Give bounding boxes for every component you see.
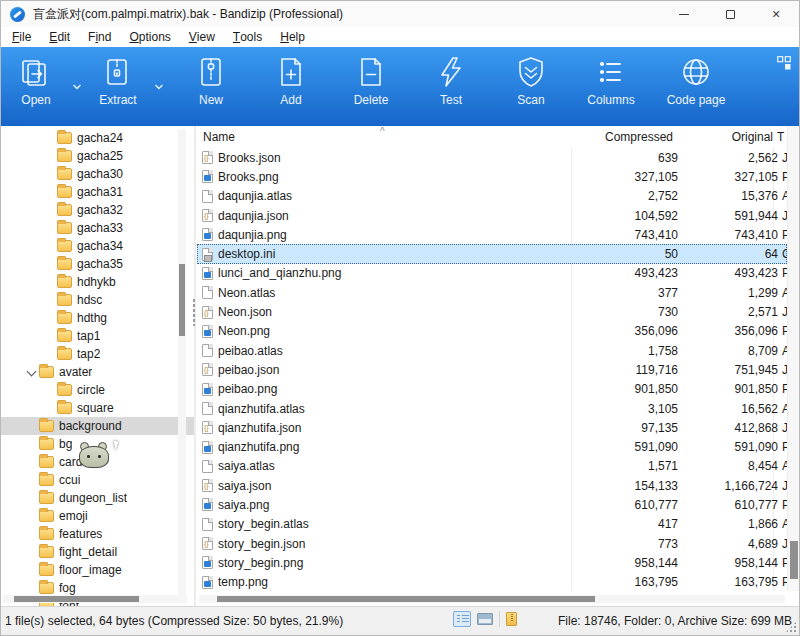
extract-dropdown-button[interactable] — [147, 54, 171, 120]
menu-item[interactable]: Options — [120, 27, 179, 47]
scrollbar-thumb[interactable] — [14, 596, 139, 602]
file-row[interactable]: peibao.json 119,716 751,945 J — [197, 360, 787, 379]
file-list-header: Name ^ Compressed Original T — [197, 126, 787, 148]
folder-name: floor_image — [59, 563, 122, 577]
sidebar-horizontal-scrollbar[interactable] — [3, 595, 187, 603]
sidebar-folder-item[interactable]: ccui — [1, 471, 194, 489]
maximize-button[interactable] — [707, 1, 753, 27]
column-header-original[interactable]: Original — [673, 130, 773, 144]
toolbar-label: Scan — [517, 93, 544, 107]
sidebar-folder-item[interactable]: hdthg — [1, 309, 194, 327]
close-button[interactable]: × — [753, 1, 799, 27]
file-row[interactable]: Brooks.png 327,105 327,105 P — [197, 167, 787, 186]
file-row[interactable]: Neon.atlas 377 1,299 A — [197, 283, 787, 302]
scrollbar-thumb[interactable] — [179, 264, 185, 336]
sidebar-folder-item[interactable]: gacha24 — [1, 129, 194, 147]
sidebar-folder-item[interactable]: features — [1, 525, 194, 543]
details-view-icon[interactable] — [453, 611, 471, 627]
delete-files-button[interactable]: Delete — [331, 54, 411, 120]
sidebar-folder-item[interactable]: circle — [1, 381, 194, 399]
scrollbar-thumb[interactable] — [217, 596, 595, 602]
extract-button[interactable]: Extract — [89, 54, 147, 120]
sidebar-folder-item[interactable]: emoji — [1, 507, 194, 525]
file-row[interactable]: daqunjia.atlas 2,752 15,376 A — [197, 187, 787, 206]
file-row[interactable]: qianzhutifa.atlas 3,105 16,562 A — [197, 399, 787, 418]
scrollbar-thumb[interactable] — [790, 541, 798, 579]
file-row[interactable]: story_begin.atlas 417 1,866 A — [197, 515, 787, 534]
menu-item[interactable]: Edit — [40, 27, 79, 47]
file-row[interactable]: daqunjia.json 104,592 591,944 J — [197, 206, 787, 225]
new-archive-button[interactable]: New — [171, 54, 251, 120]
file-row[interactable]: Neon.png 356,096 356,096 P — [197, 322, 787, 341]
archive-icon[interactable] — [506, 612, 517, 626]
sidebar-folder-item[interactable]: fight_detail — [1, 543, 194, 561]
folder-icon — [39, 366, 54, 378]
pane-splitter[interactable] — [194, 126, 196, 606]
sidebar-folder-item[interactable]: gacha35 — [1, 255, 194, 273]
sidebar-folder-item[interactable]: tap2 — [1, 345, 194, 363]
menu-item[interactable]: Help — [271, 27, 314, 47]
sidebar-folder-item[interactable]: gacha32 — [1, 201, 194, 219]
open-dropdown-button[interactable] — [65, 54, 89, 120]
sidebar-vertical-scrollbar[interactable] — [178, 129, 186, 599]
open-button[interactable]: Open — [7, 54, 65, 120]
file-row[interactable]: saiya.json 154,133 1,166,724 J — [197, 476, 787, 495]
file-row[interactable]: saiya.atlas 1,571 8,454 A — [197, 457, 787, 476]
sidebar-folder-item[interactable]: gacha31 — [1, 183, 194, 201]
sidebar-folder-item[interactable]: square — [1, 399, 194, 417]
scan-malware-button[interactable]: Scan — [491, 54, 571, 120]
file-row[interactable]: Neon.json 730 2,571 J — [197, 302, 787, 321]
code-page-button[interactable]: Code page — [651, 54, 741, 120]
file-type-icon — [202, 479, 213, 492]
sidebar-folder-item[interactable]: hdhykb — [1, 273, 194, 291]
file-row[interactable]: temp.png 163,795 163,795 P — [197, 573, 787, 592]
sidebar-folder-item[interactable]: background — [1, 417, 194, 435]
test-archive-button[interactable]: Test — [411, 54, 491, 120]
folder-name: gacha34 — [77, 239, 123, 253]
file-row[interactable]: lunci_and_qianzhu.png 493,423 493,423 P — [197, 264, 787, 283]
sidebar-folder-item[interactable]: tap1 — [1, 327, 194, 345]
file-compressed-size: 958,144 — [576, 556, 678, 570]
sidebar-folder-item[interactable]: gacha34 — [1, 237, 194, 255]
sidebar-folder-item[interactable]: dungeon_list — [1, 489, 194, 507]
filelist-vertical-scrollbar[interactable] — [787, 126, 799, 591]
columns-button[interactable]: Columns — [571, 54, 651, 120]
sidebar-folder-item[interactable]: gacha30 — [1, 165, 194, 183]
file-row[interactable]: qianzhutifa.png 591,090 591,090 P — [197, 437, 787, 456]
menu-item[interactable]: Tools — [224, 27, 271, 47]
sidebar-folder-item[interactable]: hdsc — [1, 291, 194, 309]
menu-item[interactable]: Find — [79, 27, 120, 47]
column-header-name[interactable]: Name ^ — [197, 130, 571, 144]
file-type-icon — [202, 344, 213, 357]
file-row[interactable]: Brooks.json 639 2,562 J — [197, 148, 787, 167]
file-type-icon — [202, 286, 213, 299]
layout-toggle-button[interactable] — [777, 56, 791, 70]
file-row[interactable]: peibao.png 901,850 901,850 P — [197, 380, 787, 399]
file-original-size: 958,144 — [678, 556, 778, 570]
file-row[interactable]: daqunjia.png 743,410 743,410 P — [197, 225, 787, 244]
folder-icon — [39, 438, 54, 450]
column-header-compressed[interactable]: Compressed — [571, 130, 673, 144]
chevron-down-icon[interactable] — [25, 365, 39, 379]
file-row[interactable]: desktop.ini 50 64 C — [197, 244, 787, 263]
file-row[interactable]: story_begin.json 773 4,689 J — [197, 534, 787, 553]
sidebar-folder-item[interactable]: gacha33 — [1, 219, 194, 237]
file-row[interactable]: saiya.png 610,777 610,777 P — [197, 495, 787, 514]
sidebar-folder-item[interactable]: card — [1, 453, 194, 471]
file-row[interactable]: story_begin.png 958,144 958,144 P — [197, 553, 787, 572]
minimize-button[interactable] — [661, 1, 707, 27]
file-row[interactable]: peibao.atlas 1,758 8,709 A — [197, 341, 787, 360]
add-files-button[interactable]: Add — [251, 54, 331, 120]
sidebar-folder-item[interactable]: gacha25 — [1, 147, 194, 165]
file-row[interactable]: qianzhutifa.json 97,135 412,868 J — [197, 418, 787, 437]
menu-item[interactable]: View — [180, 27, 224, 47]
sidebar-folder-item[interactable]: avater — [1, 363, 194, 381]
file-compressed-size: 610,777 — [576, 498, 678, 512]
sidebar-folder-item[interactable]: floor_image — [1, 561, 194, 579]
menu-label-post: ools — [240, 30, 262, 44]
preview-icon[interactable] — [477, 613, 493, 625]
menu-item[interactable]: File — [3, 27, 40, 47]
sidebar-folder-item[interactable]: bg — [1, 435, 194, 453]
filelist-horizontal-scrollbar[interactable] — [199, 595, 785, 603]
file-type-icon — [202, 460, 213, 473]
